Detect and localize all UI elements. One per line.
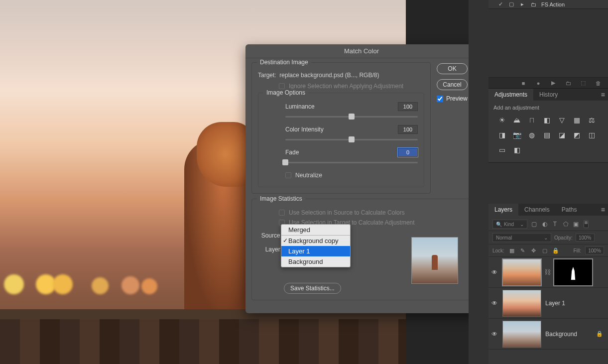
- invert-icon[interactable]: ◪: [557, 130, 566, 139]
- image-statistics-legend: Image Statistics: [257, 195, 305, 202]
- posterize-icon[interactable]: ◩: [572, 130, 581, 139]
- color-balance-icon[interactable]: ⚖: [587, 116, 596, 124]
- luminance-slider[interactable]: [285, 113, 418, 121]
- stop-button-icon[interactable]: ■: [520, 80, 526, 86]
- luminance-input[interactable]: [398, 102, 418, 111]
- trash-icon[interactable]: 🗑: [595, 80, 601, 86]
- play-button-icon[interactable]: ▶: [550, 80, 556, 86]
- right-panel-stack: ✓ ▢ ▸ 🗀 FS Action ■ ● ▶ 🗀 ⬚ 🗑 Adjustment…: [488, 0, 608, 364]
- action-set-name[interactable]: FS Action: [541, 1, 565, 7]
- channel-mixer-icon[interactable]: ◍: [527, 130, 536, 139]
- panel-menu-icon[interactable]: ≡: [601, 91, 605, 99]
- preview-checkbox[interactable]: Preview: [437, 95, 472, 102]
- panel-menu-icon[interactable]: ≡: [601, 206, 605, 214]
- filter-smart-icon[interactable]: ▣: [572, 221, 580, 228]
- blend-mode-dropdown[interactable]: Normal⌄: [492, 233, 551, 242]
- brightness-icon[interactable]: ☀: [497, 116, 506, 124]
- luminance-label: Luminance: [285, 103, 315, 110]
- levels-icon[interactable]: ⛰: [512, 116, 521, 124]
- photo-filter-icon[interactable]: 📷: [512, 130, 521, 139]
- record-button-icon[interactable]: ●: [535, 80, 541, 86]
- filter-type-icon[interactable]: T: [551, 221, 559, 228]
- visibility-icon[interactable]: 👁: [491, 331, 498, 338]
- opacity-input[interactable]: [576, 234, 595, 242]
- new-set-icon[interactable]: 🗀: [565, 80, 571, 86]
- tab-channels[interactable]: Channels: [518, 204, 556, 216]
- layer-thumbnail[interactable]: [502, 290, 541, 317]
- filter-toggle[interactable]: [584, 220, 589, 228]
- layer-name[interactable]: Background: [545, 331, 577, 338]
- tab-layers[interactable]: Layers: [488, 204, 518, 216]
- cancel-button[interactable]: Cancel: [437, 79, 468, 90]
- dropdown-item-background[interactable]: Background: [281, 256, 350, 267]
- layer-row-background[interactable]: 👁 Background 🔒: [488, 319, 608, 350]
- layer-mask-thumbnail[interactable]: [554, 259, 593, 286]
- source-preview-thumbnail: [411, 237, 458, 284]
- target-label: Target:: [258, 72, 276, 79]
- lock-position-icon[interactable]: ✥: [530, 247, 537, 254]
- exposure-icon[interactable]: ◧: [542, 116, 551, 124]
- folder-icon[interactable]: 🗀: [530, 1, 536, 7]
- fill-input[interactable]: [585, 246, 604, 254]
- lock-all-icon[interactable]: 🔒: [552, 247, 559, 254]
- checkmark-icon[interactable]: ✓: [497, 1, 503, 7]
- gradient-map-icon[interactable]: ▭: [497, 145, 506, 154]
- dropdown-item-bgcopy[interactable]: Background copy: [281, 236, 350, 246]
- destination-legend: Destination Image: [257, 59, 311, 66]
- filter-pixel-icon[interactable]: ▢: [530, 221, 538, 228]
- fade-input[interactable]: [398, 148, 418, 157]
- layer-kind-filter[interactable]: 🔍Kind⌄: [492, 220, 527, 229]
- tab-adjustments[interactable]: Adjustments: [488, 89, 533, 101]
- vibrance-icon[interactable]: ▽: [557, 116, 566, 124]
- save-statistics-button[interactable]: Save Statistics...: [284, 283, 341, 294]
- mask-link-icon[interactable]: ⛓: [544, 268, 551, 276]
- intensity-input[interactable]: [398, 125, 418, 134]
- layer-thumbnail[interactable]: [502, 321, 541, 348]
- threshold-icon[interactable]: ◫: [587, 130, 596, 139]
- tab-paths[interactable]: Paths: [556, 204, 583, 216]
- new-action-icon[interactable]: ⬚: [580, 80, 586, 86]
- visibility-icon[interactable]: 👁: [491, 269, 498, 276]
- lock-icon[interactable]: 🔒: [596, 331, 603, 337]
- bw-icon[interactable]: ◨: [497, 130, 506, 139]
- lock-pixels-icon[interactable]: ✎: [519, 247, 526, 254]
- ok-button[interactable]: OK: [437, 63, 468, 74]
- ignore-selection-checkbox: Ignore Selection when Applying Adjustmen…: [279, 83, 424, 90]
- curves-icon[interactable]: ⨅: [527, 116, 536, 124]
- adjustments-history-tabs: Adjustments History ≡: [488, 89, 608, 101]
- tab-history[interactable]: History: [533, 89, 564, 101]
- panel-dock-strip[interactable]: [469, 0, 488, 364]
- intensity-slider[interactable]: [285, 136, 418, 144]
- chevron-right-icon[interactable]: ▸: [519, 1, 525, 7]
- lock-transparency-icon[interactable]: ▩: [508, 247, 515, 254]
- lookup-icon[interactable]: ▤: [542, 130, 551, 139]
- opacity-label: Opacity:: [554, 235, 573, 241]
- lock-artboard-icon[interactable]: ▢: [541, 247, 548, 254]
- stone-wall: [0, 309, 406, 364]
- neutralize-checkbox[interactable]: Neutralize: [285, 172, 418, 179]
- visibility-icon[interactable]: 👁: [491, 300, 498, 307]
- bokeh-light: [92, 277, 109, 294]
- layer-row-bgcopy[interactable]: 👁 ⛓: [488, 257, 608, 288]
- dropdown-item-merged[interactable]: Merged: [281, 225, 350, 236]
- stop-icon[interactable]: ▢: [508, 1, 514, 7]
- filter-shape-icon[interactable]: ⬠: [562, 221, 569, 228]
- layers-mode-bar: Normal⌄ Opacity:: [488, 231, 608, 244]
- bokeh-light: [4, 274, 24, 294]
- dropdown-item-layer1[interactable]: Layer 1: [281, 246, 350, 256]
- layer-thumbnail[interactable]: [502, 259, 541, 286]
- filter-adjust-icon[interactable]: ◐: [541, 221, 548, 228]
- actions-panel-area[interactable]: [488, 9, 608, 78]
- match-color-dialog: Match Color OK Cancel Preview Destinatio…: [245, 44, 478, 313]
- layer-name[interactable]: Layer 1: [545, 300, 565, 307]
- use-sel-source-label: Use Selection in Source to Calculate Col…: [289, 209, 405, 216]
- actions-footer: ■ ● ▶ 🗀 ⬚ 🗑: [488, 78, 608, 89]
- fade-slider[interactable]: [285, 159, 418, 167]
- layer-row-layer1[interactable]: 👁 Layer 1: [488, 288, 608, 319]
- layers-filter-bar: 🔍Kind⌄ ▢ ◐ T ⬠ ▣: [488, 218, 608, 231]
- layer-dropdown-menu[interactable]: Merged Background copy Layer 1 Backgroun…: [281, 224, 351, 267]
- preview-checkbox-input[interactable]: [437, 96, 443, 102]
- hue-sat-icon[interactable]: ▦: [572, 116, 581, 124]
- selective-color-icon[interactable]: ◧: [512, 145, 521, 154]
- adjustments-empty-area: [488, 163, 608, 204]
